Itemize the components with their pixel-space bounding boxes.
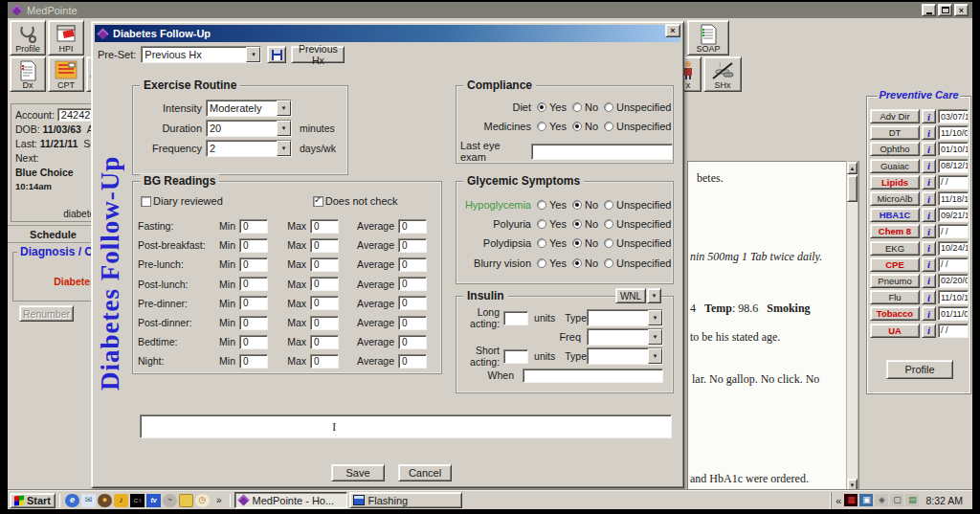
quick-launch-icon[interactable]: ● — [98, 494, 112, 507]
preventive-test-button[interactable]: Adv Dir — [870, 109, 920, 123]
taskbar-task-medpointe[interactable]: MedPointe - Ho... — [234, 492, 347, 508]
does-not-check-checkbox[interactable]: Does not check — [313, 195, 398, 207]
info-button[interactable]: i — [922, 241, 936, 256]
preventive-date-field[interactable]: 10/24/11 — [938, 241, 969, 256]
radio-yes[interactable]: Yes — [537, 121, 567, 132]
bg-average-field[interactable]: 0 — [398, 238, 427, 253]
short-acting-type-combobox[interactable]: ▼ — [587, 347, 663, 365]
chevron-right-icon[interactable]: » — [216, 495, 222, 505]
exercise-combobox[interactable]: 2 ▼ — [206, 140, 292, 157]
freq-combobox[interactable]: ▼ — [587, 328, 663, 346]
bg-min-field[interactable]: 0 — [239, 335, 268, 349]
info-button[interactable]: i — [922, 290, 936, 304]
exercise-combobox[interactable]: 20 ▼ — [206, 120, 292, 137]
bg-average-field[interactable]: 0 — [398, 316, 427, 330]
diary-reviewed-checkbox[interactable]: Diary reviewed — [141, 195, 223, 207]
preventive-date-field[interactable]: 08/12/11 — [938, 159, 969, 173]
preventive-test-button[interactable]: Guaiac — [870, 159, 920, 173]
preventive-date-field[interactable]: / / — [938, 257, 969, 272]
radio-unspecified[interactable]: Unspecified — [604, 257, 671, 269]
preventive-date-field[interactable]: 11/18/11 — [938, 191, 969, 206]
tray-icon[interactable]: ▤ — [905, 494, 919, 506]
quick-launch-icon[interactable]: e — [65, 494, 79, 507]
bg-average-field[interactable]: 0 — [398, 257, 427, 272]
preventive-date-field[interactable]: 11/10/06 — [938, 125, 969, 140]
bg-average-field[interactable]: 0 — [398, 335, 427, 349]
preventive-test-button[interactable]: EKG — [870, 241, 920, 256]
tray-icon[interactable]: ▣ — [859, 494, 873, 506]
last-eye-exam-field[interactable] — [531, 144, 673, 160]
dialog-close-button[interactable]: × — [665, 24, 680, 37]
toolbar-dx-button[interactable]: Dx — [10, 56, 46, 92]
preventive-date-field[interactable]: 01/10/11 — [938, 142, 969, 156]
radio-unspecified[interactable]: Unspecified — [604, 101, 671, 113]
info-button[interactable]: i — [922, 257, 936, 272]
preventive-date-field[interactable]: 09/21/11 — [938, 208, 969, 222]
toolbar-shx-button[interactable]: SHx — [703, 56, 742, 92]
radio-yes[interactable]: Yes — [537, 199, 567, 211]
schedule-tab[interactable]: Schedule — [8, 225, 100, 243]
quick-launch-icon[interactable]: C:\ — [130, 494, 145, 507]
toolbar-soap-button[interactable]: SOAP — [687, 20, 729, 56]
toolbar-cpt-button[interactable]: CPT — [48, 56, 84, 92]
info-button[interactable]: i — [922, 142, 936, 156]
quick-launch-icon[interactable]: tv — [146, 494, 161, 507]
preventive-test-button[interactable]: Chem 8 — [870, 224, 920, 238]
radio-unspecified[interactable]: Unspecified — [604, 121, 671, 132]
tray-icon[interactable]: ▦ — [844, 494, 858, 506]
preventive-test-button[interactable]: Lipids — [870, 175, 920, 190]
tray-icon[interactable]: ▢ — [890, 494, 903, 506]
info-button[interactable]: i — [922, 109, 936, 123]
wnl-dropdown-button[interactable]: ▼ — [647, 288, 661, 303]
taskbar-task-flashing[interactable]: Flashing — [349, 492, 462, 508]
bg-max-field[interactable]: 0 — [310, 296, 339, 310]
preventive-test-button[interactable]: HBA1C — [870, 208, 920, 222]
toolbar-hpi-button[interactable]: HPI — [48, 20, 84, 56]
bg-min-field[interactable]: 0 — [239, 238, 268, 253]
preventive-date-field[interactable]: / / — [938, 175, 969, 190]
wnl-button[interactable]: WNL — [615, 288, 646, 303]
preventive-date-field[interactable]: 11/10/11 — [938, 290, 969, 304]
maximize-button[interactable] — [938, 4, 952, 16]
radio-unspecified[interactable]: Unspecified — [604, 237, 671, 249]
preventive-test-button[interactable]: Flu — [870, 290, 920, 304]
info-button[interactable]: i — [922, 224, 936, 238]
save-preset-button[interactable] — [267, 46, 286, 63]
radio-unspecified[interactable]: Unspecified — [604, 218, 671, 230]
bg-max-field[interactable]: 0 — [310, 335, 339, 349]
radio-yes[interactable]: Yes — [537, 237, 567, 249]
bg-min-field[interactable]: 0 — [239, 257, 268, 272]
info-button[interactable]: i — [922, 159, 936, 173]
info-button[interactable]: i — [922, 191, 936, 206]
previous-hx-button[interactable]: Previous Hx — [291, 46, 345, 63]
quick-launch-icon[interactable]: ◷ — [195, 494, 210, 507]
preventive-test-button[interactable]: Tobacco — [870, 306, 920, 321]
radio-no[interactable]: No — [572, 218, 598, 230]
radio-yes[interactable]: Yes — [537, 218, 567, 230]
when-field[interactable] — [523, 369, 663, 383]
bg-average-field[interactable]: 0 — [398, 296, 427, 310]
radio-yes[interactable]: Yes — [537, 257, 567, 269]
preventive-test-button[interactable]: Ophtho — [870, 142, 920, 156]
info-button[interactable]: i — [922, 208, 936, 222]
scroll-up-button[interactable]: ▲ — [847, 162, 858, 174]
scrollbar-thumb[interactable] — [847, 175, 858, 202]
bg-min-field[interactable]: 0 — [239, 219, 268, 234]
radio-no[interactable]: No — [572, 121, 598, 132]
quick-launch-icon[interactable]: ~ — [163, 494, 177, 507]
radio-no[interactable]: No — [572, 101, 598, 113]
save-button[interactable]: Save — [331, 464, 385, 481]
preventive-test-button[interactable]: Pneumo — [870, 274, 920, 288]
quick-launch-icon[interactable]: ♪ — [114, 494, 128, 507]
bg-average-field[interactable]: 0 — [398, 277, 427, 291]
radio-no[interactable]: No — [572, 199, 598, 211]
radio-no[interactable]: No — [572, 237, 598, 249]
exercise-combobox[interactable]: Moderately ▼ — [206, 100, 292, 117]
info-button[interactable]: i — [922, 175, 936, 190]
bg-max-field[interactable]: 0 — [310, 238, 339, 253]
preset-combobox[interactable]: Previous Hx ▼ — [141, 46, 261, 63]
bg-min-field[interactable]: 0 — [239, 296, 268, 310]
quick-launch-icon[interactable]: ✉ — [81, 494, 96, 507]
quick-launch-icon[interactable] — [179, 494, 193, 507]
diagnosis-item[interactable]: Diabetes — [54, 276, 96, 287]
